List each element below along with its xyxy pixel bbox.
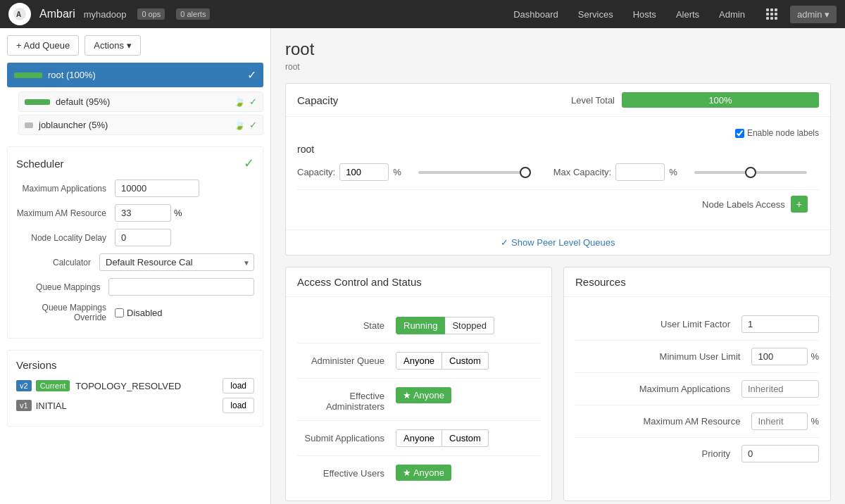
administer-queue-label: Administer Queue <box>297 352 396 366</box>
max-applications-label: Maximum Applications <box>16 184 115 194</box>
capacity-field-group: Capacity: % <box>297 163 401 181</box>
page-breadcrumb: root <box>285 62 831 72</box>
versions-title: Versions <box>16 359 254 371</box>
joblauncher-progress-bar <box>25 122 33 128</box>
calculator-label: Calculator <box>16 258 99 267</box>
state-content: Running Stopped <box>396 317 540 334</box>
cluster-name: myhadoop <box>84 9 127 20</box>
administer-queue-content: Anyone Custom <box>396 352 540 370</box>
enable-node-labels-checkbox[interactable] <box>735 129 744 138</box>
priority-input[interactable] <box>741 445 819 462</box>
nav-alerts[interactable]: Alerts <box>668 5 708 24</box>
queue-mappings-label: Queue Mappings <box>16 282 108 292</box>
min-user-limit-pct: % <box>810 351 819 362</box>
leaf-icon-2: 🍃 <box>234 120 245 130</box>
min-user-limit-group: % <box>751 348 819 365</box>
v2-badge: v2 <box>16 380 32 391</box>
node-locality-input[interactable] <box>115 229 171 246</box>
root-queue-item[interactable]: root (100%) ✓ <box>7 63 263 87</box>
grid-icon[interactable] <box>762 4 782 24</box>
calculator-select-wrapper: Default Resource Cal ▼ <box>99 253 254 271</box>
root-check-icon: ✓ <box>247 68 256 82</box>
max-applications-res-input[interactable] <box>741 380 819 398</box>
user-limit-factor-label: User Limit Factor <box>575 319 741 329</box>
root-queue-label: root (100%) <box>48 70 247 80</box>
alerts-badge[interactable]: 0 alerts <box>176 8 210 20</box>
default-progress-bar <box>25 99 50 105</box>
scheduler-check-icon: ✓ <box>244 156 254 171</box>
max-am-resource-res-row: Maximum AM Resource % <box>575 405 819 438</box>
capacity-input[interactable] <box>339 163 389 181</box>
effective-users-label: Effective Users <box>297 465 396 479</box>
submit-custom-button[interactable]: Custom <box>442 429 489 447</box>
max-am-pct-res: % <box>810 416 819 427</box>
max-applications-row: Maximum Applications <box>16 179 254 197</box>
queue-mappings-override-label: Queue Mappings Override <box>16 303 115 322</box>
v2-load-button[interactable]: load <box>223 378 254 393</box>
v1-load-button[interactable]: load <box>223 398 254 413</box>
main-layout: + Add Queue Actions ▾ root (100%) ✓ defa… <box>0 28 845 504</box>
version-v2-row: v2 Current TOPOLOGY_RESOLVED load <box>16 378 254 393</box>
submit-applications-label: Submit Applications <box>297 429 396 443</box>
nav-services[interactable]: Services <box>570 5 622 24</box>
joblauncher-queue-item[interactable]: joblauncher (5%) 🍃 ✓ <box>18 115 263 135</box>
check-icon-2: ✓ <box>249 120 257 130</box>
administer-queue-row: Administer Queue Anyone Custom <box>297 344 540 379</box>
queue-toolbar: + Add Queue Actions ▾ <box>7 35 263 56</box>
node-labels-access-row: Node Labels Access + <box>297 189 819 218</box>
node-labels-access-label: Node Labels Access <box>702 199 785 210</box>
capacity-field-label: Capacity: <box>297 167 335 177</box>
ops-badge[interactable]: 0 ops <box>137 8 165 20</box>
max-capacity-slider[interactable] <box>694 171 807 174</box>
max-capacity-input[interactable] <box>615 163 665 181</box>
node-locality-label: Node Locality Delay <box>16 233 115 243</box>
versions-section: Versions v2 Current TOPOLOGY_RESOLVED lo… <box>7 350 263 427</box>
queue-mappings-override-row: Queue Mappings Override Disabled <box>16 303 254 322</box>
max-am-resource-input[interactable] <box>115 204 171 222</box>
default-queue-label: default (95%) <box>56 96 234 107</box>
queue-mappings-input[interactable] <box>108 278 254 296</box>
queue-mappings-override-value: Disabled <box>127 308 163 318</box>
state-btn-group: Running Stopped <box>396 317 540 334</box>
nav-dashboard[interactable]: Dashboard <box>505 5 567 24</box>
nav-links: Dashboard Services Hosts Alerts Admin <box>505 5 753 24</box>
effective-users-row: Effective Users ★ Anyone <box>297 456 540 489</box>
nav-hosts[interactable]: Hosts <box>625 5 665 24</box>
nav-admin[interactable]: Admin <box>711 5 753 24</box>
max-am-resource-res-input[interactable] <box>751 412 808 430</box>
state-row: State Running Stopped <box>297 308 540 344</box>
show-peer-queues[interactable]: ✓ Show Peer Level Queues <box>286 229 830 255</box>
submit-anyone-button[interactable]: Anyone <box>396 429 442 447</box>
v1-badge: v1 <box>16 400 32 411</box>
top-navigation: A Ambari myhadoop 0 ops 0 alerts Dashboa… <box>0 0 845 28</box>
state-running-button[interactable]: Running <box>396 317 445 334</box>
scheduler-section: Scheduler ✓ Maximum Applications Maximum… <box>7 146 263 339</box>
user-limit-factor-input[interactable] <box>741 315 819 333</box>
user-limit-factor-row: User Limit Factor <box>575 308 819 341</box>
default-queue-item[interactable]: default (95%) 🍃 ✓ <box>18 92 263 112</box>
queue-mappings-override-checkbox[interactable] <box>115 308 124 317</box>
scheduler-header: Scheduler ✓ <box>16 156 254 171</box>
node-labels-add-button[interactable]: + <box>791 196 808 213</box>
capacity-body: Enable node labels root Capacity: % Max … <box>286 117 830 229</box>
state-stopped-button[interactable]: Stopped <box>445 317 494 334</box>
submit-applications-row: Submit Applications Anyone Custom <box>297 421 540 456</box>
capacity-card: Capacity Level Total 100% Enable node la… <box>285 83 831 256</box>
capacity-title: Capacity <box>297 94 571 106</box>
calculator-select[interactable]: Default Resource Cal <box>99 253 254 271</box>
max-applications-res-label: Maximum Applications <box>575 384 741 394</box>
capacity-slider[interactable] <box>418 171 531 174</box>
v1-version-name: INITIAL <box>36 401 223 411</box>
node-locality-row: Node Locality Delay <box>16 229 254 246</box>
max-am-resource-group: % <box>115 204 182 222</box>
max-applications-input[interactable] <box>115 179 199 197</box>
user-menu[interactable]: admin ▾ <box>790 6 837 23</box>
capacity-slider-thumb <box>520 167 531 178</box>
administer-anyone-button[interactable]: Anyone <box>396 352 442 370</box>
min-user-limit-input[interactable] <box>751 348 808 365</box>
add-queue-button[interactable]: + Add Queue <box>7 35 79 56</box>
v2-version-name: TOPOLOGY_RESOLVED <box>75 381 223 391</box>
actions-button[interactable]: Actions ▾ <box>84 35 140 56</box>
root-progress-bar <box>14 73 42 78</box>
administer-custom-button[interactable]: Custom <box>442 352 489 370</box>
